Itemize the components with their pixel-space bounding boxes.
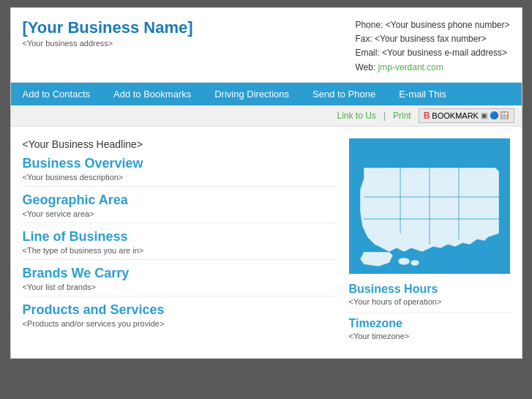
products-title: Products and Services [23, 302, 337, 318]
toolbar: Link to Us | Print B BOOKMARK ▣ 🔵 🪟 [11, 105, 522, 127]
geo-title: Geographic Area [23, 193, 337, 208]
business-address: <Your business address> [23, 39, 193, 48]
hours-desc: <Your hours of operation> [349, 297, 510, 306]
map-container [349, 138, 510, 274]
left-column: <Your Business Headline> Business Overvi… [23, 138, 337, 346]
overview-desc: <Your business description> [23, 173, 337, 182]
right-column: Business Hours <Your hours of operation>… [349, 138, 510, 346]
brands-desc: <Your list of brands> [23, 283, 337, 291]
divider-4 [23, 296, 337, 297]
svg-point-6 [398, 258, 410, 265]
nav-send-to-phone[interactable]: Send to Phone [301, 83, 387, 105]
email-info: Email: <Your business e-mail address> [355, 46, 509, 60]
bookmark-icon: B [424, 111, 430, 121]
header-right: Phone: <Your business phone number> Fax:… [355, 18, 509, 75]
timezone-desc: <Your timezone> [349, 332, 510, 340]
geo-desc: <Your service area> [23, 209, 337, 218]
email-value: <Your business e-mail address> [382, 48, 507, 58]
nav-add-contacts[interactable]: Add to Contacts [11, 83, 102, 105]
web-label: Web: [355, 62, 375, 72]
phone-value: <Your business phone number> [386, 20, 510, 30]
timezone-title: Timezone [349, 317, 510, 330]
bookmark-icons: ▣ 🔵 🪟 [481, 111, 509, 119]
nav-email-this[interactable]: E-mail This [387, 83, 458, 105]
products-desc: <Products and/or services you provide> [23, 319, 337, 328]
brands-title: Brands We Carry [23, 266, 337, 281]
print-button[interactable]: Print [393, 111, 411, 121]
web-info: Web: jmp-verdant.com [355, 61, 509, 75]
phone-label: Phone: [355, 20, 383, 30]
divider-3 [23, 259, 337, 260]
lob-title: Line of Business [23, 229, 337, 245]
fax-info: Fax: <Your business fax number> [355, 32, 509, 46]
fax-value: <Your business fax number> [375, 34, 486, 44]
fax-label: Fax: [355, 34, 372, 44]
right-divider-1 [349, 312, 510, 313]
web-value[interactable]: jmp-verdant.com [378, 62, 443, 72]
hours-title: Business Hours [349, 283, 510, 296]
nav-driving-directions[interactable]: Driving Directions [203, 83, 301, 105]
svg-point-7 [411, 260, 419, 266]
header-left: [Your Business Name] <Your business addr… [23, 18, 193, 48]
divider-1 [23, 186, 337, 187]
header: [Your Business Name] <Your business addr… [11, 8, 522, 83]
bookmark-button[interactable]: B BOOKMARK ▣ 🔵 🪟 [419, 108, 514, 123]
bookmark-label: BOOKMARK [432, 111, 479, 120]
us-map-svg [349, 138, 510, 274]
phone-info: Phone: <Your business phone number> [355, 18, 509, 32]
page-wrapper: [Your Business Name] <Your business addr… [10, 7, 522, 359]
navbar: Add to Contacts Add to Bookmarks Driving… [11, 83, 522, 105]
overview-title: Business Overview [23, 156, 337, 171]
lob-desc: <The type of business you are in> [23, 246, 337, 255]
divider-2 [23, 223, 337, 223]
business-headline: <Your Business Headline> [23, 138, 337, 150]
email-label: Email: [355, 48, 379, 58]
toolbar-separator: | [383, 111, 386, 121]
main-content: <Your Business Headline> Business Overvi… [11, 127, 522, 358]
link-to-us-button[interactable]: Link to Us [337, 111, 376, 121]
nav-add-bookmarks[interactable]: Add to Bookmarks [102, 83, 203, 105]
business-name: [Your Business Name] [23, 18, 193, 37]
